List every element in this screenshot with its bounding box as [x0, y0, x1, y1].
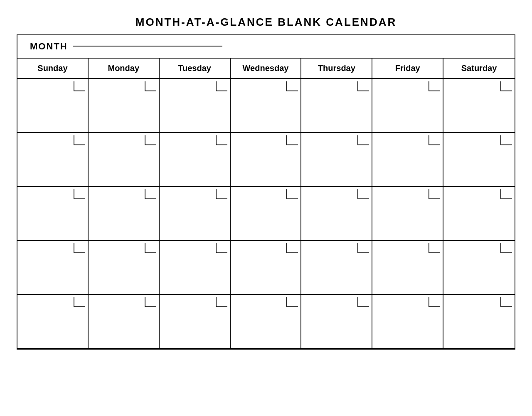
date-box-r4-c1: [74, 243, 85, 253]
date-box-r2-c5: [357, 135, 369, 145]
calendar-outer: MONTH Sunday Monday Tuesday Wednesday Th…: [17, 34, 515, 350]
cell-r4-c2[interactable]: [89, 241, 160, 295]
cell-r3-c3[interactable]: [160, 187, 231, 241]
date-box-r4-c4: [286, 243, 298, 253]
date-box-r3-c2: [145, 189, 156, 199]
date-box-r2-c3: [216, 135, 227, 145]
cell-r3-c7[interactable]: [443, 187, 515, 241]
cell-r1-c4[interactable]: [231, 79, 302, 133]
cell-r1-c7[interactable]: [443, 79, 515, 133]
cell-r4-c7[interactable]: [443, 241, 515, 295]
cell-r3-c5[interactable]: [301, 187, 372, 241]
day-header-monday: Monday: [89, 59, 160, 78]
day-header-wednesday: Wednesday: [231, 59, 302, 78]
cell-r3-c4[interactable]: [231, 187, 302, 241]
cell-r5-c2[interactable]: [89, 295, 160, 349]
calendar-grid: [17, 79, 515, 349]
cell-r1-c3[interactable]: [160, 79, 231, 133]
day-header-sunday: Sunday: [17, 59, 89, 78]
date-box-r1-c5: [357, 81, 369, 91]
date-box-r5-c5: [357, 297, 369, 307]
date-box-r3-c3: [216, 189, 227, 199]
cell-r4-c6[interactable]: [372, 241, 443, 295]
cell-r2-c4[interactable]: [231, 133, 302, 187]
date-box-r5-c1: [74, 297, 85, 307]
date-box-r5-c4: [286, 297, 298, 307]
date-box-r1-c6: [429, 81, 440, 91]
cell-r3-c6[interactable]: [372, 187, 443, 241]
day-header-thursday: Thursday: [301, 59, 372, 78]
cell-r5-c3[interactable]: [160, 295, 231, 349]
cell-r3-c2[interactable]: [89, 187, 160, 241]
cell-r5-c5[interactable]: [301, 295, 372, 349]
cell-r5-c6[interactable]: [372, 295, 443, 349]
date-box-r4-c5: [357, 243, 369, 253]
cell-r2-c6[interactable]: [372, 133, 443, 187]
cell-r1-c5[interactable]: [301, 79, 372, 133]
date-box-r4-c2: [145, 243, 156, 253]
date-box-r4-c7: [500, 243, 512, 253]
date-box-r4-c3: [216, 243, 227, 253]
cell-r4-c5[interactable]: [301, 241, 372, 295]
date-box-r1-c7: [500, 81, 512, 91]
cell-r1-c2[interactable]: [89, 79, 160, 133]
date-box-r1-c2: [145, 81, 156, 91]
cell-r4-c3[interactable]: [160, 241, 231, 295]
date-box-r3-c6: [429, 189, 440, 199]
date-box-r5-c7: [500, 297, 512, 307]
cell-r2-c7[interactable]: [443, 133, 515, 187]
days-header: Sunday Monday Tuesday Wednesday Thursday…: [17, 59, 515, 79]
cell-r1-c6[interactable]: [372, 79, 443, 133]
cell-r5-c4[interactable]: [231, 295, 302, 349]
date-box-r5-c2: [145, 297, 156, 307]
date-box-r3-c1: [74, 189, 85, 199]
page-title: MONTH-AT-A-GLANCE BLANK CALENDAR: [17, 8, 515, 34]
day-header-friday: Friday: [372, 59, 443, 78]
cell-r2-c2[interactable]: [89, 133, 160, 187]
date-box-r3-c5: [357, 189, 369, 199]
day-header-tuesday: Tuesday: [160, 59, 231, 78]
cell-r4-c4[interactable]: [231, 241, 302, 295]
date-box-r5-c6: [429, 297, 440, 307]
cell-r2-c3[interactable]: [160, 133, 231, 187]
date-box-r3-c4: [286, 189, 298, 199]
cell-r2-c5[interactable]: [301, 133, 372, 187]
date-box-r2-c6: [429, 135, 440, 145]
cell-r5-c1[interactable]: [17, 295, 89, 349]
date-box-r2-c7: [500, 135, 512, 145]
cell-r1-c1[interactable]: [17, 79, 89, 133]
cell-r4-c1[interactable]: [17, 241, 89, 295]
cell-r2-c1[interactable]: [17, 133, 89, 187]
cell-r5-c7[interactable]: [443, 295, 515, 349]
cell-r3-c1[interactable]: [17, 187, 89, 241]
date-box-r3-c7: [500, 189, 512, 199]
date-box-r1-c3: [216, 81, 227, 91]
day-header-saturday: Saturday: [443, 59, 515, 78]
calendar-page: MONTH-AT-A-GLANCE BLANK CALENDAR MONTH S…: [17, 8, 515, 350]
date-box-r5-c3: [216, 297, 227, 307]
date-box-r2-c1: [74, 135, 85, 145]
month-line: [73, 46, 222, 46]
date-box-r1-c1: [74, 81, 85, 91]
date-box-r4-c6: [429, 243, 440, 253]
date-box-r2-c4: [286, 135, 298, 145]
month-header-row: MONTH: [17, 35, 515, 59]
date-box-r1-c4: [286, 81, 298, 91]
month-label: MONTH: [30, 41, 68, 52]
date-box-r2-c2: [145, 135, 156, 145]
